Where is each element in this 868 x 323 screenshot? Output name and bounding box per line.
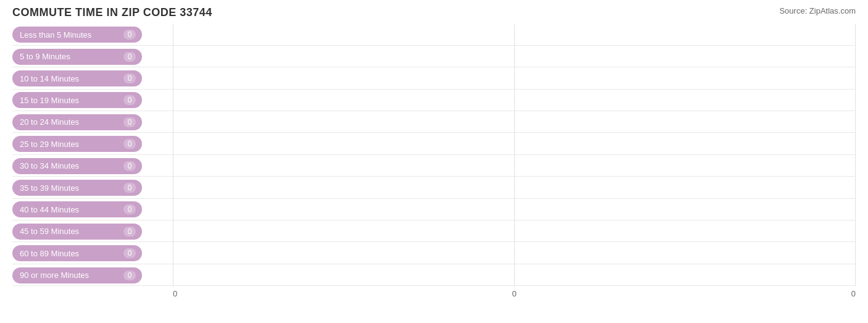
bar-label: 10 to 14 Minutes <box>20 74 119 83</box>
chart-container: COMMUTE TIME IN ZIP CODE 33744 Source: Z… <box>0 0 868 323</box>
table-row: Less than 5 Minutes 0 <box>12 25 856 46</box>
bar-value: 0 <box>123 183 136 193</box>
bar-pill: 25 to 29 Minutes 0 <box>12 136 142 152</box>
bar-pill: 15 to 19 Minutes 0 <box>12 92 142 108</box>
bar-visual-area <box>173 25 856 45</box>
bar-label-area: 25 to 29 Minutes 0 <box>12 136 173 152</box>
x-axis-label-1: 0 <box>173 289 177 298</box>
bar-label-area: 45 to 59 Minutes 0 <box>12 224 173 240</box>
bar-value: 0 <box>123 204 136 214</box>
bar-pill: 40 to 44 Minutes 0 <box>12 201 142 217</box>
bar-value: 0 <box>123 95 136 105</box>
table-row: 25 to 29 Minutes 0 <box>12 134 856 155</box>
bar-label-area: 30 to 34 Minutes 0 <box>12 158 173 174</box>
bar-value: 0 <box>123 52 136 62</box>
table-row: 45 to 59 Minutes 0 <box>12 221 856 242</box>
table-row: 10 to 14 Minutes 0 <box>12 69 856 90</box>
bar-label: Less than 5 Minutes <box>20 30 119 40</box>
bar-pill: 35 to 39 Minutes 0 <box>12 180 142 196</box>
bar-label: 20 to 24 Minutes <box>20 117 119 127</box>
bar-visual-area <box>173 112 856 132</box>
bar-visual-area <box>173 69 856 89</box>
bar-visual-area <box>173 199 856 220</box>
table-row: 30 to 34 Minutes 0 <box>12 156 856 177</box>
table-row: 60 to 89 Minutes 0 <box>12 243 856 264</box>
bar-label-area: 40 to 44 Minutes 0 <box>12 201 173 217</box>
bar-label: 25 to 29 Minutes <box>20 140 119 149</box>
bar-pill: 45 to 59 Minutes 0 <box>12 224 142 240</box>
bar-value: 0 <box>123 248 136 258</box>
bar-label: 30 to 34 Minutes <box>20 161 119 170</box>
bar-pill: 60 to 89 Minutes 0 <box>12 245 142 261</box>
bar-visual-area <box>173 178 856 198</box>
bars-section: Less than 5 Minutes 0 5 to 9 Minutes 0 1… <box>12 24 856 287</box>
bar-value: 0 <box>123 73 136 83</box>
bar-pill: 30 to 34 Minutes 0 <box>12 158 142 174</box>
table-row: 15 to 19 Minutes 0 <box>12 90 856 111</box>
bar-value: 0 <box>123 139 136 149</box>
table-row: 90 or more Minutes 0 <box>12 265 856 286</box>
bar-pill: Less than 5 Minutes 0 <box>12 27 142 43</box>
bar-label-area: Less than 5 Minutes 0 <box>12 27 173 43</box>
bar-visual-area <box>173 221 856 241</box>
bar-pill: 20 to 24 Minutes 0 <box>12 114 142 130</box>
bar-visual-area <box>173 46 856 67</box>
bar-label-area: 15 to 19 Minutes 0 <box>12 92 173 108</box>
bar-label-area: 60 to 89 Minutes 0 <box>12 245 173 261</box>
chart-header: COMMUTE TIME IN ZIP CODE 33744 Source: Z… <box>12 6 856 19</box>
bar-visual-area <box>173 134 856 154</box>
bar-visual-area <box>173 156 856 176</box>
bar-label-area: 10 to 14 Minutes 0 <box>12 70 173 86</box>
bar-value: 0 <box>123 227 136 237</box>
x-axis-label-3: 0 <box>851 289 856 298</box>
bar-label-area: 5 to 9 Minutes 0 <box>12 49 173 65</box>
x-axis-label-2: 0 <box>512 289 516 298</box>
bar-pill: 10 to 14 Minutes 0 <box>12 70 142 86</box>
table-row: 35 to 39 Minutes 0 <box>12 178 856 199</box>
bar-value: 0 <box>123 30 136 40</box>
x-axis-labels: 0 0 0 <box>173 289 856 298</box>
bar-label: 15 to 19 Minutes <box>20 96 119 105</box>
bar-label-area: 90 or more Minutes 0 <box>12 267 173 283</box>
chart-title: COMMUTE TIME IN ZIP CODE 33744 <box>12 6 212 19</box>
x-axis: 0 0 0 <box>12 289 856 298</box>
bar-value: 0 <box>123 271 136 280</box>
bar-pill: 90 or more Minutes 0 <box>12 267 142 283</box>
bar-label: 5 to 9 Minutes <box>20 52 119 61</box>
bar-visual-area <box>173 243 856 264</box>
table-row: 20 to 24 Minutes 0 <box>12 112 856 133</box>
bar-pill: 5 to 9 Minutes 0 <box>12 49 142 65</box>
bar-label: 90 or more Minutes <box>20 271 119 280</box>
bar-visual-area <box>173 265 856 285</box>
bar-label: 45 to 59 Minutes <box>20 227 119 236</box>
bar-label: 40 to 44 Minutes <box>20 205 119 214</box>
bar-visual-area <box>173 90 856 111</box>
table-row: 5 to 9 Minutes 0 <box>12 46 856 67</box>
bar-value: 0 <box>123 161 136 171</box>
bar-value: 0 <box>123 117 136 127</box>
bar-label: 35 to 39 Minutes <box>20 183 119 193</box>
chart-area: Less than 5 Minutes 0 5 to 9 Minutes 0 1… <box>12 24 856 298</box>
bar-label: 60 to 89 Minutes <box>20 249 119 258</box>
bar-label-area: 20 to 24 Minutes 0 <box>12 114 173 130</box>
chart-source: Source: ZipAtlas.com <box>779 6 856 15</box>
table-row: 40 to 44 Minutes 0 <box>12 199 856 220</box>
bar-label-area: 35 to 39 Minutes 0 <box>12 180 173 196</box>
